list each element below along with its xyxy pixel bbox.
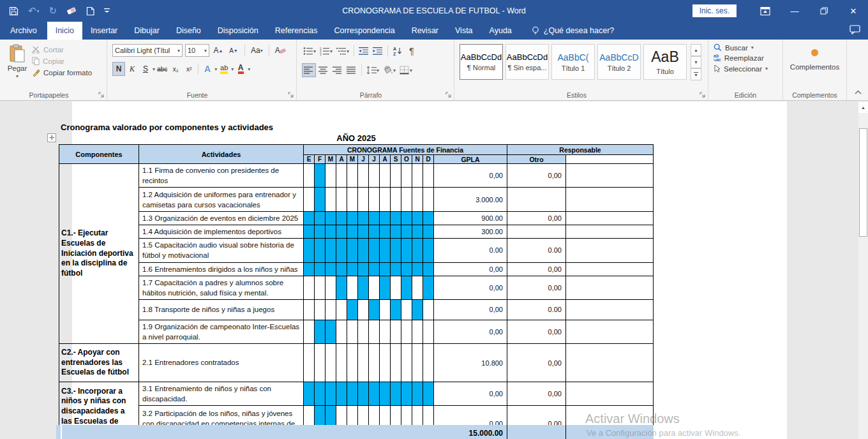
tab-vista[interactable]: Vista (447, 22, 481, 40)
text-effects-button[interactable]: A (201, 62, 214, 76)
gantt-cell-month-4[interactable] (336, 239, 347, 262)
gantt-cell-month-9[interactable] (391, 276, 401, 299)
gantt-cell-month-3[interactable] (326, 320, 336, 343)
gantt-cell-month-10[interactable] (401, 188, 412, 212)
gantt-cell-month-9[interactable] (391, 320, 401, 343)
component-cell-c1[interactable]: C1.- Ejecutar Escuelas de Iniciación dep… (59, 164, 139, 344)
gpla-value[interactable]: 10.800 (434, 344, 507, 382)
strikethrough-button[interactable]: abc (156, 62, 168, 76)
gantt-cell-month-10[interactable] (401, 225, 412, 239)
gantt-cell-month-2[interactable] (315, 320, 326, 343)
gantt-cell-month-11[interactable] (412, 212, 423, 225)
gpla-value[interactable]: 0,00 (434, 262, 507, 276)
gantt-cell-month-3[interactable] (326, 276, 336, 299)
gantt-cell-month-4[interactable] (336, 212, 347, 225)
responsable-cell[interactable] (566, 320, 654, 343)
gantt-cell-month-11[interactable] (412, 225, 423, 239)
align-right-button[interactable] (331, 63, 344, 77)
gantt-cell-month-1[interactable] (304, 262, 315, 276)
gantt-cell-month-2[interactable] (315, 239, 326, 262)
new-document-icon[interactable] (86, 4, 94, 17)
justify-button[interactable] (345, 63, 358, 77)
gantt-cell-month-12[interactable] (423, 299, 434, 320)
header-month-9[interactable]: S (391, 155, 401, 164)
responsable-cell[interactable] (566, 164, 654, 188)
header-month-12[interactable]: D (423, 155, 434, 164)
gantt-cell-month-8[interactable] (380, 299, 391, 320)
gpla-value[interactable]: 3.000.00 (434, 188, 507, 212)
restore-button[interactable] (809, 0, 839, 22)
gantt-cell-month-8[interactable] (380, 382, 391, 406)
gpla-value[interactable]: 0,00 (434, 164, 507, 188)
gantt-cell-month-7[interactable] (369, 239, 380, 262)
find-button[interactable]: Buscar▾ (714, 43, 780, 52)
tab-revisar[interactable]: Revisar (403, 22, 447, 40)
gantt-cell-month-8[interactable] (380, 320, 391, 343)
gantt-cell-month-8[interactable] (380, 262, 391, 276)
table-move-handle-icon[interactable]: ✛ (47, 133, 56, 142)
gantt-cell-month-3[interactable] (326, 212, 336, 225)
gantt-cell-month-12[interactable] (423, 212, 434, 225)
tab-inicio[interactable]: Inicio (47, 22, 82, 40)
gpla-value[interactable]: 0,00 (434, 382, 507, 406)
paste-dropdown-icon[interactable]: ▾ (16, 73, 19, 79)
format-painter-button[interactable]: Copiar formato (32, 68, 92, 77)
gantt-cell-month-10[interactable] (401, 382, 412, 406)
gantt-cell-month-12[interactable] (423, 382, 434, 406)
gantt-cell-month-11[interactable] (412, 164, 423, 188)
font-color-dropdown-icon[interactable]: ▾ (248, 66, 250, 72)
show-marks-button[interactable]: ¶ (405, 44, 418, 58)
gpla-value[interactable]: 0.00 (434, 239, 507, 262)
gantt-cell-month-2[interactable] (315, 262, 326, 276)
gantt-cell-month-9[interactable] (391, 212, 401, 225)
activity-cell[interactable]: 3.1 Entrenamiento de niños y niñas con d… (139, 382, 304, 406)
header-month-6[interactable]: J (358, 155, 369, 164)
header-month-2[interactable]: F (315, 155, 326, 164)
gantt-cell-month-3[interactable] (326, 225, 336, 239)
gantt-cell-month-6[interactable] (358, 299, 369, 320)
gantt-cell-month-1[interactable] (304, 320, 315, 343)
otro-value[interactable]: 0,00 (507, 344, 566, 382)
gantt-cell-month-11[interactable] (412, 320, 423, 343)
header-actividades[interactable]: Actividades (139, 145, 304, 164)
header-responsable[interactable]: Responsable (507, 145, 654, 155)
gantt-cell-month-3[interactable] (326, 239, 336, 262)
gpla-value[interactable]: 0,00 (434, 320, 507, 343)
gantt-cell-month-5[interactable] (347, 276, 358, 299)
gpla-value[interactable]: 300.00 (434, 225, 507, 239)
gantt-cell-month-4[interactable] (336, 262, 347, 276)
header-month-8[interactable]: A (380, 155, 391, 164)
gantt-cell-month-3[interactable] (326, 262, 336, 276)
total-gpla-value[interactable]: 15.000.00 (62, 425, 507, 439)
styles-scroll-down-icon[interactable]: ▼ (691, 56, 701, 68)
activity-cell[interactable]: 1.2 Adquisición de uniformes para entren… (139, 188, 304, 212)
otro-value[interactable]: 0,00 (507, 382, 566, 406)
vertical-scrollbar[interactable]: ▲ (858, 101, 868, 439)
gantt-cell-month-1[interactable] (304, 212, 315, 225)
header-month-11[interactable]: N (412, 155, 423, 164)
tab-archivo[interactable]: Archivo (0, 22, 47, 40)
gantt-cell-month-2[interactable] (315, 382, 326, 406)
gantt-cell-month-4[interactable] (336, 188, 347, 212)
activity-cell[interactable]: 1.7 Capacitación a padres y alumnos sobr… (139, 276, 304, 299)
gantt-cell-month-10[interactable] (401, 262, 412, 276)
gantt-cell-month-6[interactable] (358, 276, 369, 299)
highlight-button[interactable]: ab (218, 62, 230, 76)
shrink-font-button[interactable]: A▼ (227, 43, 240, 57)
otro-value[interactable]: 0.00 (507, 239, 566, 262)
text-effects-dropdown-icon[interactable]: ▾ (214, 66, 217, 72)
gantt-cell-month-5[interactable] (347, 320, 358, 343)
gantt-cell-month-10[interactable] (401, 344, 412, 382)
gantt-cell-month-6[interactable] (358, 344, 369, 382)
tab-correspondencia[interactable]: Correspondencia (326, 22, 403, 40)
activity-cell[interactable]: 1.8 Transporte de niños y niñas a juegos (139, 299, 304, 320)
styles-more-icon[interactable]: ▼ (691, 68, 701, 80)
decrease-indent-button[interactable] (357, 44, 370, 58)
gantt-cell-month-9[interactable] (391, 299, 401, 320)
gantt-cell-month-8[interactable] (380, 344, 391, 382)
gantt-cell-month-12[interactable] (423, 188, 434, 212)
gantt-cell-month-12[interactable] (423, 239, 434, 262)
gantt-cell-month-1[interactable] (304, 188, 315, 212)
responsable-cell[interactable] (566, 188, 654, 212)
gantt-cell-month-10[interactable] (401, 320, 412, 343)
